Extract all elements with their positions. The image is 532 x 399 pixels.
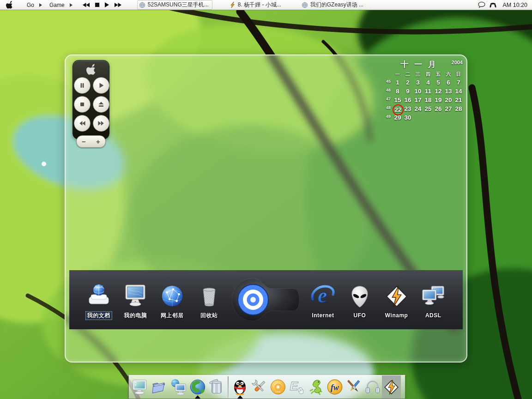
earth-globe-icon <box>189 378 206 396</box>
calendar-day: 17 <box>413 96 423 104</box>
dock-item-adsl[interactable]: ADSL <box>415 280 452 319</box>
dock-item-winamp[interactable]: Winamp <box>378 280 415 319</box>
calendar-day: 28 <box>453 104 464 113</box>
pause-button[interactable] <box>74 77 91 94</box>
taskbar-item[interactable]: 我们的GZeasy讲场 ... <box>300 0 367 9</box>
launcher-headphones[interactable] <box>363 375 382 399</box>
remote-widget: − + <box>73 60 109 139</box>
launcher-qq-penguin[interactable] <box>230 375 249 399</box>
clock: AM 10:20 <box>502 2 527 8</box>
adsl-icon <box>421 280 446 309</box>
rewind-button[interactable] <box>74 115 91 132</box>
weekday-header: 四 <box>423 71 433 78</box>
stop-button[interactable] <box>74 96 91 113</box>
dock-item-my-computer[interactable]: 我的电脑 <box>117 280 154 320</box>
taskbar-item-label: 8. 杨千嬅 - 小城... <box>238 1 281 9</box>
weekday-header: 日 <box>453 71 464 78</box>
tools-icon <box>250 378 268 396</box>
launcher-metal-trash[interactable] <box>207 375 226 399</box>
volume-down-button[interactable]: − <box>82 138 86 145</box>
calendar-day: 3 <box>413 78 423 87</box>
calendar-day: 2 <box>403 78 413 87</box>
rewind-icon[interactable] <box>82 2 90 7</box>
calendar-day: 26 <box>433 104 443 113</box>
eject-icon <box>97 101 105 108</box>
fast-forward-button[interactable] <box>93 115 109 132</box>
desktop-dock: 我的文档 我的电脑 网上邻居 回收站 e Internet UFO Winamp <box>69 270 463 329</box>
calendar-day <box>423 113 433 122</box>
calendar-day: 27 <box>443 104 453 113</box>
computer-icon <box>132 379 149 396</box>
media-controls <box>80 2 124 7</box>
volume-up-button[interactable]: + <box>96 138 100 145</box>
gecko-icon <box>308 379 324 395</box>
launcher-tools[interactable] <box>249 375 268 399</box>
taskbar-item[interactable]: 52SAMSUNG三星手机... <box>137 0 212 10</box>
calendar-day: 5 <box>433 78 443 87</box>
calendar-day: 12 <box>433 87 443 96</box>
calendar-day: 22 <box>393 104 403 113</box>
remote-buttons <box>73 77 109 132</box>
dock-item-dock-orb[interactable] <box>227 278 304 322</box>
week-number: 47 <box>386 97 393 101</box>
calendar-day: 10 <box>413 87 423 96</box>
apple-menu[interactable] <box>6 0 13 9</box>
launcher-earth-globe[interactable] <box>188 375 207 399</box>
calendar-day: 14 <box>453 87 464 96</box>
calendar-day: 30 <box>403 113 413 122</box>
dock-item-internet-explorer[interactable]: e Internet <box>305 280 342 319</box>
week-number: 48 <box>386 105 393 110</box>
launcher-network-places[interactable] <box>169 375 188 399</box>
calendar-day: 6 <box>443 78 453 87</box>
winamp-small-icon <box>383 379 400 396</box>
taskbar-item[interactable]: 8. 杨千嬅 - 小城... <box>228 0 284 9</box>
ufo-alien-icon <box>348 280 372 309</box>
calendar-day: 23 <box>403 104 413 113</box>
taskbar-item-label: 我们的GZeasy讲场 ... <box>310 1 363 9</box>
svg-text:E: E <box>290 379 298 393</box>
open-folder-icon <box>151 378 169 396</box>
eject-button[interactable] <box>93 96 109 113</box>
dock-item-my-documents[interactable]: 我的文档 <box>80 280 117 320</box>
taskbar-item-label: 52SAMSUNG三星手机... <box>148 1 209 9</box>
submenu-arrow-icon <box>70 3 73 7</box>
launcher-pen-brush[interactable] <box>344 375 363 399</box>
calendar-day: 1 <box>393 78 403 87</box>
calendar-day <box>443 113 453 122</box>
play-button[interactable] <box>93 77 109 94</box>
launcher-fireworks[interactable]: fw <box>325 375 344 399</box>
internet-explorer-icon: e <box>310 280 336 309</box>
phone-icon[interactable] <box>489 2 497 8</box>
stop-icon <box>79 101 86 108</box>
dock-item-recycle-bin[interactable]: 回收站 <box>191 280 228 320</box>
calendar-day: 16 <box>403 96 413 104</box>
menu-go[interactable]: Go <box>26 2 35 8</box>
recycle-bin-icon <box>197 280 221 308</box>
calendar-day: 15 <box>393 96 403 104</box>
weekday-header: 二 <box>403 71 413 78</box>
play-icon <box>97 82 105 89</box>
submenu-arrow-icon <box>39 3 42 7</box>
launcher-winamp-small[interactable] <box>382 375 401 399</box>
running-indicator <box>237 395 243 399</box>
stop-icon[interactable] <box>95 2 100 7</box>
dock-item-ufo-alien[interactable]: UFO <box>341 280 378 319</box>
fireworks-icon: fw <box>326 378 344 396</box>
calendar-day: 29 <box>393 113 403 122</box>
launcher-gecko[interactable] <box>306 375 325 399</box>
svg-text:fw: fw <box>330 383 339 392</box>
winamp-icon <box>384 280 409 309</box>
dock-item-network-neighborhood[interactable]: 网上邻居 <box>154 280 191 320</box>
play-icon[interactable] <box>104 2 109 7</box>
fast-forward-icon[interactable] <box>114 2 122 7</box>
apple-icon <box>6 0 13 9</box>
taskbar-items: 52SAMSUNG三星手机... 8. 杨千嬅 - 小城... 我们的GZeas… <box>137 0 382 10</box>
launcher-editor-e-mouse[interactable]: E <box>287 375 306 399</box>
launcher-computer[interactable] <box>131 375 150 399</box>
running-indicator <box>195 395 200 399</box>
launcher-cd-r[interactable]: CD-R <box>268 375 287 399</box>
launcher-open-folder[interactable] <box>150 375 169 399</box>
menu-game[interactable]: Game <box>48 2 66 8</box>
chat-bubble-icon[interactable] <box>478 1 485 8</box>
editor-e-mouse-icon: E <box>288 378 306 396</box>
